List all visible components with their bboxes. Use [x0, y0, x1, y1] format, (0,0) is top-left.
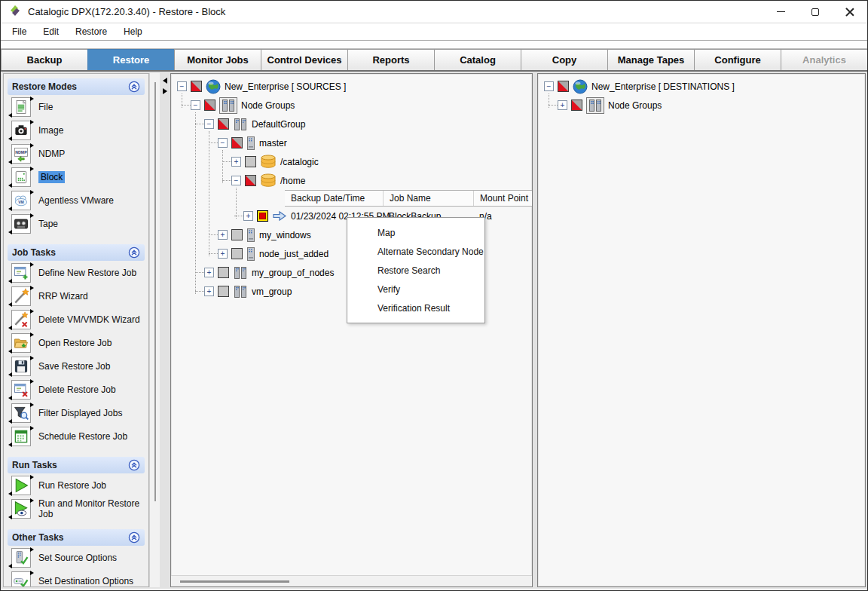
section-header-job-tasks[interactable]: Job Tasks	[8, 244, 145, 261]
collapse-section-icon[interactable]	[128, 81, 140, 93]
checkbox-empty[interactable]	[231, 229, 243, 240]
tab-catalog[interactable]: Catalog	[434, 49, 521, 70]
splitter-collapse-right-icon[interactable]	[163, 88, 167, 94]
sidebar-item-filter-displayed-jobs[interactable]: Filter Displayed Jobs	[8, 401, 145, 424]
tree-row-new-enterprise-destinations[interactable]: New_Enterprise [ DESTINATIONS ]	[538, 77, 865, 96]
expand-expander-icon[interactable]	[243, 211, 253, 221]
tree-guide	[209, 131, 209, 256]
tab-copy[interactable]: Copy	[521, 49, 608, 70]
collapse-expander-icon[interactable]	[191, 100, 200, 110]
menu-edit[interactable]: Edit	[35, 25, 67, 38]
expand-expander-icon[interactable]	[231, 157, 241, 167]
checkbox-partial[interactable]	[245, 175, 256, 186]
sidebar-item-define-new-restore-job[interactable]: Define New Restore Job	[8, 261, 145, 284]
sidebar-scrollbar-thumb[interactable]	[154, 82, 156, 501]
sidebar-scrollbar[interactable]	[149, 73, 160, 587]
file-restore-icon	[11, 97, 31, 117]
column-header-job-name[interactable]: Job Name	[383, 191, 473, 206]
sidebar-item-set-source-options[interactable]: Set Source Options	[8, 546, 145, 569]
tree-node-label: vm_group	[252, 286, 292, 297]
collapse-expander-icon[interactable]	[177, 81, 187, 91]
checkbox-partial[interactable]	[204, 100, 215, 111]
close-button[interactable]	[833, 1, 867, 23]
sidebar-item-ndmp[interactable]: NDMP NDMP	[8, 142, 145, 165]
section-header-restore-modes[interactable]: Restore Modes	[8, 78, 145, 95]
sidebar-item-run-and-monitor-restore-job[interactable]: Run and Monitor Restore Job	[8, 497, 145, 520]
tree-row-defaultgroup[interactable]: DefaultGroup	[171, 115, 532, 133]
sidebar-item-schedule-restore-job[interactable]: Schedule Restore Job	[8, 424, 145, 448]
node-group-icon	[233, 284, 248, 299]
sidebar-item-block[interactable]: Block	[8, 165, 145, 188]
expand-expander-icon[interactable]	[204, 286, 214, 296]
menu-restore[interactable]: Restore	[67, 25, 115, 38]
context-menu-item-map[interactable]: Map	[347, 223, 484, 242]
checkbox-empty[interactable]	[231, 248, 243, 259]
panel-splitter[interactable]	[160, 73, 170, 587]
minimize-button[interactable]	[763, 1, 798, 23]
column-header-backup-date[interactable]: Backup Date/Time	[285, 193, 383, 204]
globe-icon	[206, 79, 221, 94]
tab-reports[interactable]: Reports	[347, 49, 435, 70]
tree-row-master[interactable]: master	[171, 133, 532, 152]
collapse-expander-icon[interactable]	[544, 81, 554, 91]
tab-restore[interactable]: Restore	[87, 49, 175, 70]
tree-node-label: /home	[280, 176, 305, 186]
collapse-expander-icon[interactable]	[204, 119, 214, 129]
sidebar-item-set-destination-options[interactable]: Set Destination Options	[8, 569, 145, 587]
section-header-other-tasks[interactable]: Other Tasks	[8, 529, 145, 546]
collapse-section-icon[interactable]	[128, 531, 140, 544]
tab-manage-tapes[interactable]: Manage Tapes	[607, 49, 695, 70]
context-menu-item-alternate-secondary-node[interactable]: Alternate Secondary Node	[347, 242, 484, 261]
tree-connector	[222, 161, 231, 162]
expand-expander-icon[interactable]	[218, 230, 228, 240]
tab-monitor-jobs[interactable]: Monitor Jobs	[174, 49, 261, 70]
expand-expander-icon[interactable]	[204, 268, 214, 277]
sources-scrollbar-thumb[interactable]	[180, 580, 289, 583]
context-menu-item-verify[interactable]: Verify	[347, 280, 484, 299]
sidebar-item-run-restore-job[interactable]: Run Restore Job	[8, 473, 145, 497]
tree-row-catalogic-volume[interactable]: /catalogic	[171, 152, 532, 171]
checkbox-empty[interactable]	[218, 286, 229, 297]
section-header-run-tasks[interactable]: Run Tasks	[8, 457, 145, 473]
collapse-expander-icon[interactable]	[218, 138, 228, 148]
checkbox-partial[interactable]	[191, 81, 202, 92]
sidebar-item-image[interactable]: Image	[8, 118, 145, 142]
sidebar-item-tape[interactable]: Tape	[8, 212, 145, 235]
collapse-section-icon[interactable]	[128, 247, 140, 259]
tree-row-dest-node-groups[interactable]: Node Groups	[538, 96, 865, 115]
tree-row-new-enterprise-sources[interactable]: New_Enterprise [ SOURCES ]	[171, 77, 532, 96]
sidebar-item-agentless-vmware[interactable]: VM Agentless VMware	[8, 188, 145, 212]
context-menu-item-restore-search[interactable]: Restore Search	[347, 261, 484, 280]
tab-control-devices[interactable]: Control Devices	[261, 49, 348, 70]
maximize-button[interactable]	[798, 1, 833, 23]
expand-expander-icon[interactable]	[558, 100, 567, 110]
sidebar-item-save-restore-job[interactable]: Save Restore Job	[8, 354, 145, 378]
content-area: Restore Modes File Image NDMP NDMP	[1, 72, 867, 589]
tab-configure[interactable]: Configure	[694, 49, 781, 70]
tree-row-home-volume[interactable]: /home	[171, 171, 532, 190]
tree-row-node-groups[interactable]: Node Groups	[171, 96, 532, 115]
sources-horizontal-scrollbar[interactable]	[171, 575, 532, 586]
context-menu-item-verification-result[interactable]: Verification Result	[347, 299, 484, 317]
sidebar-item-delete-vm-vmdk-wizard[interactable]: Delete VM/VMDK Wizard	[8, 308, 145, 331]
tab-backup[interactable]: Backup	[1, 49, 88, 70]
sidebar-item-open-restore-job[interactable]: Open Restore Job	[8, 331, 145, 354]
expand-expander-icon[interactable]	[218, 249, 228, 259]
menu-help[interactable]: Help	[115, 25, 151, 38]
column-header-mount-point[interactable]: Mount Point	[473, 191, 533, 206]
checkbox-empty[interactable]	[218, 267, 229, 278]
checkbox-selected[interactable]	[257, 210, 268, 222]
checkbox-empty[interactable]	[245, 156, 256, 167]
checkbox-partial[interactable]	[218, 118, 229, 130]
checkbox-partial[interactable]	[571, 100, 582, 111]
checkbox-partial[interactable]	[558, 81, 569, 92]
sidebar-item-rrp-wizard[interactable]: RRP Wizard	[8, 284, 145, 308]
collapse-expander-icon[interactable]	[231, 176, 241, 185]
server-node-icon	[246, 247, 255, 262]
splitter-collapse-left-icon[interactable]	[163, 78, 167, 84]
sidebar-item-file[interactable]: File	[8, 95, 145, 118]
sidebar-item-delete-restore-job[interactable]: Delete Restore Job	[8, 378, 145, 401]
checkbox-partial[interactable]	[231, 137, 243, 149]
menu-file[interactable]: File	[4, 25, 35, 38]
collapse-section-icon[interactable]	[128, 459, 140, 471]
